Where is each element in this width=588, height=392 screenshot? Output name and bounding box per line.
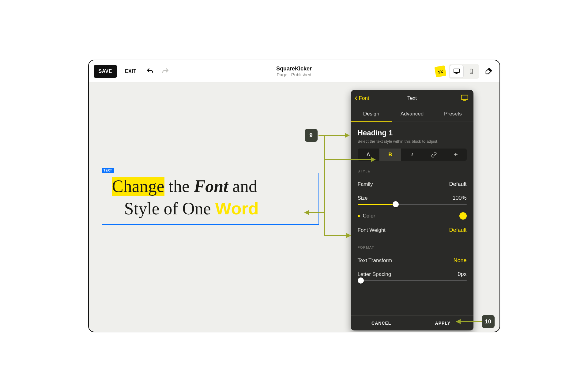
chevron-left-icon — [355, 96, 358, 101]
transform-value: None — [453, 257, 466, 264]
size-value: 100% — [452, 195, 466, 201]
word-and: and — [228, 177, 257, 196]
segment-bold-label: B — [388, 152, 392, 158]
segment-italic-label: I — [411, 152, 413, 158]
styles-button[interactable] — [482, 65, 495, 77]
app-subtitle: Page · Published — [276, 72, 312, 77]
size-slider-thumb[interactable] — [393, 201, 399, 207]
segment-italic[interactable]: I — [401, 149, 423, 161]
tab-design[interactable]: Design — [351, 107, 392, 122]
family-value: Default — [449, 181, 466, 187]
desktop-icon — [461, 94, 469, 101]
segment-bold[interactable]: B — [379, 149, 401, 161]
text-variant-segments: A B I — [358, 149, 467, 161]
segment-normal-label: A — [367, 152, 370, 158]
panel-tabs: Design Advanced Presets — [351, 107, 473, 122]
callout-badge-10: 10 — [482, 315, 495, 328]
heading-style-sub: Select the text style within this block … — [358, 139, 467, 144]
transform-label: Text Transform — [358, 258, 392, 264]
text-style-panel: Font Text Design Advanced Presets Headin… — [351, 90, 473, 330]
selected-text-block[interactable]: TEXT Change the Font and Style of One Wo… — [102, 173, 319, 225]
format-section-label: FORMAT — [358, 246, 467, 249]
app-title: SquareKicker — [276, 66, 312, 72]
page-title-group: SquareKicker Page · Published — [276, 66, 312, 77]
line2-prefix: Style of One — [112, 199, 215, 218]
desktop-icon — [453, 68, 460, 75]
callout-badge-9: 9 — [305, 129, 318, 142]
apply-button[interactable]: APPLY — [412, 316, 473, 330]
link-icon — [431, 152, 437, 158]
undo-button[interactable] — [144, 66, 156, 77]
word-word: Word — [215, 199, 259, 218]
canvas: TEXT Change the Font and Style of One Wo… — [89, 82, 499, 332]
size-slider[interactable] — [358, 204, 467, 205]
strikethrough-icon — [453, 152, 459, 158]
svg-rect-0 — [454, 69, 459, 73]
word-change: Change — [112, 177, 164, 196]
undo-icon — [146, 67, 154, 75]
cancel-button[interactable]: CANCEL — [351, 316, 412, 330]
top-bar: SAVE EXIT SquareKicker Page · Published … — [89, 60, 499, 82]
svg-rect-3 — [461, 95, 468, 99]
panel-header: Font Text — [351, 90, 473, 104]
panel-title: Text — [407, 95, 417, 101]
family-label: Family — [358, 181, 373, 187]
exit-button[interactable]: EXIT — [121, 66, 141, 77]
spacing-slider-thumb[interactable] — [358, 277, 364, 284]
mobile-icon — [468, 68, 474, 75]
weight-label: Font Weight — [358, 227, 386, 233]
weight-value: Default — [449, 227, 466, 233]
panel-back-label: Font — [359, 95, 369, 101]
family-row[interactable]: Family Default — [358, 177, 467, 191]
panel-back-button[interactable]: Font — [355, 95, 369, 101]
color-modified-dot — [358, 215, 360, 217]
svg-point-2 — [471, 73, 471, 73]
tab-advanced[interactable]: Advanced — [392, 107, 432, 122]
block-type-tag: TEXT — [102, 168, 114, 173]
app-window: SAVE EXIT SquareKicker Page · Published … — [88, 60, 500, 332]
panel-viewport-button[interactable] — [461, 94, 469, 102]
segment-link[interactable] — [423, 149, 445, 161]
size-slider-fill — [358, 204, 396, 205]
segment-normal[interactable]: A — [358, 149, 379, 161]
size-row: Size 100% — [358, 191, 467, 202]
panel-body: Heading 1 Select the text style within t… — [351, 122, 473, 315]
color-row[interactable]: Color — [358, 209, 467, 223]
word-the: the — [164, 177, 194, 196]
style-section-label: STYLE — [358, 169, 467, 173]
color-swatch[interactable] — [459, 212, 467, 220]
viewport-mobile-button[interactable] — [465, 65, 478, 77]
squarekicker-logo[interactable]: sk — [434, 65, 446, 77]
word-font: Font — [194, 177, 228, 196]
spacing-value: 0px — [458, 271, 466, 277]
tab-presets[interactable]: Presets — [432, 107, 473, 122]
text-content[interactable]: Change the Font and Style of One Word — [102, 173, 318, 224]
heading-style-title: Heading 1 — [358, 129, 467, 137]
weight-row[interactable]: Font Weight Default — [358, 223, 467, 237]
viewport-desktop-button[interactable] — [450, 65, 463, 77]
transform-row[interactable]: Text Transform None — [358, 254, 467, 267]
viewport-switcher — [449, 64, 479, 79]
spacing-label: Letter Spacing — [358, 271, 391, 277]
redo-icon — [161, 67, 169, 75]
save-button[interactable]: SAVE — [94, 65, 117, 78]
spacing-slider[interactable] — [358, 280, 467, 281]
color-label: Color — [363, 213, 375, 219]
redo-button[interactable] — [160, 66, 171, 77]
paintbrush-icon — [484, 67, 493, 76]
size-label: Size — [358, 195, 368, 201]
panel-footer: CANCEL APPLY — [351, 315, 473, 330]
segment-strike[interactable] — [445, 149, 466, 161]
spacing-row: Letter Spacing 0px — [358, 267, 467, 279]
